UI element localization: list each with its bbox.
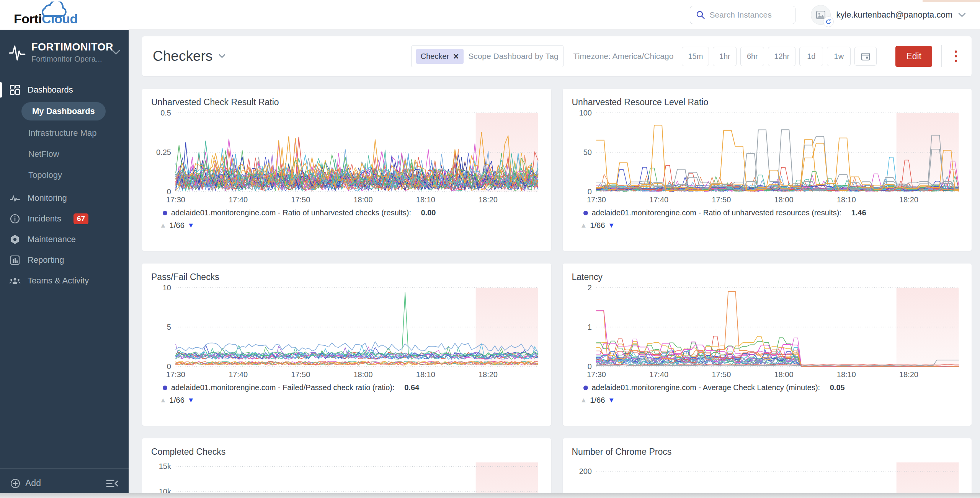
pager-text: 1/66 <box>170 396 185 405</box>
panel-title: Number of Chrome Procs <box>572 447 963 457</box>
legend-dot <box>163 211 167 215</box>
legend-dot <box>583 211 588 215</box>
svg-text:15k: 15k <box>159 462 172 470</box>
timezone-label: Timezone: America/Chicago <box>573 52 674 61</box>
calendar-icon <box>861 51 871 61</box>
pager-up-icon[interactable]: ▲ <box>580 396 587 404</box>
pager-down-icon[interactable]: ▼ <box>608 221 615 229</box>
panels-grid: Unharvested Check Result Ratio 0.50.2501… <box>142 89 972 498</box>
range-1w-button[interactable]: 1w <box>827 47 851 66</box>
title-chevron-down-icon <box>218 54 226 59</box>
line-chart[interactable]: 0.50.25017:3017:4017:5018:0018:1018:20 <box>151 109 542 205</box>
sidebar-item-maintenance[interactable]: Maintenance <box>0 229 129 250</box>
svg-text:18:10: 18:10 <box>416 195 435 204</box>
add-button[interactable]: Add <box>10 478 41 489</box>
svg-text:0: 0 <box>587 187 591 196</box>
line-chart[interactable]: 200100017:3017:4017:5018:0018:1018:20 <box>572 459 963 498</box>
svg-text:0.5: 0.5 <box>160 109 171 117</box>
sidebar-item-dashboards[interactable]: Dashboards <box>0 80 129 100</box>
overflow-menu-button[interactable] <box>951 48 961 64</box>
workspace-switcher[interactable]: FORTIMONITOR Fortimonitor Opera... <box>0 30 129 67</box>
dashboard-title: Checkers <box>153 48 212 64</box>
pager-up-icon[interactable]: ▲ <box>160 396 167 404</box>
calendar-button[interactable] <box>854 47 877 66</box>
plus-circle-icon <box>10 478 21 489</box>
time-range-group: 15m 1hr 6hr 12hr 1d 1w <box>682 47 877 66</box>
range-1d-button[interactable]: 1d <box>799 47 823 66</box>
panel-number-of-chrome-procs: Number of Chrome Procs 200100017:3017:40… <box>563 438 972 498</box>
svg-text:18:00: 18:00 <box>774 195 793 204</box>
tag-chip-checker[interactable]: Checker ✕ <box>416 49 464 64</box>
monitoring-pulse-icon <box>9 193 21 203</box>
sidebar-item-infrastructure-map[interactable]: Infrastructure Map <box>0 122 129 143</box>
pager-down-icon[interactable]: ▼ <box>188 221 194 229</box>
search-input[interactable] <box>709 10 786 20</box>
sidebar-item-incidents[interactable]: Incidents 67 <box>0 208 129 229</box>
pager-up-icon[interactable]: ▲ <box>160 221 167 229</box>
svg-text:17:40: 17:40 <box>649 195 668 204</box>
legend-pager: ▲1/66▼ <box>160 221 542 230</box>
sidebar-item-monitoring[interactable]: Monitoring <box>0 188 129 208</box>
line-chart[interactable]: 15k10k5k017:3017:4017:5018:0018:1018:20 <box>151 459 542 498</box>
svg-text:18:00: 18:00 <box>354 370 373 379</box>
sidebar-item-reporting[interactable]: Reporting <box>0 250 129 270</box>
edit-button[interactable]: Edit <box>895 46 932 67</box>
legend-dot <box>163 386 167 390</box>
collapse-sidebar-button[interactable] <box>106 478 119 488</box>
svg-text:17:50: 17:50 <box>712 370 731 379</box>
sidebar-item-topology[interactable]: Topology <box>0 164 129 186</box>
teams-people-icon <box>9 276 21 286</box>
svg-text:10: 10 <box>163 284 171 292</box>
legend-value: 1.46 <box>851 208 866 217</box>
panel-title: Latency <box>572 272 963 282</box>
sidebar: FORTIMONITOR Fortimonitor Opera... Dashb… <box>0 30 129 498</box>
search-icon <box>696 10 706 20</box>
range-15m-button[interactable]: 15m <box>682 47 709 66</box>
range-6hr-button[interactable]: 6hr <box>740 47 764 66</box>
sidebar-item-teams-activity[interactable]: Teams & Activity <box>0 270 129 291</box>
line-chart[interactable]: 10050017:3017:4017:5018:0018:1018:20 <box>572 109 963 205</box>
svg-text:18:10: 18:10 <box>416 370 435 379</box>
sidebar-item-label: Monitoring <box>28 193 67 203</box>
pager-down-icon[interactable]: ▼ <box>608 396 615 404</box>
legend-value: 0.00 <box>421 208 436 217</box>
legend-text: adelaide01.monitorengine.com - Failed/Pa… <box>171 383 395 392</box>
divider <box>886 45 886 67</box>
legend-pager: ▲1/66▼ <box>160 396 542 405</box>
divider <box>941 45 942 67</box>
dashboard-title-dropdown[interactable]: Checkers <box>153 48 226 64</box>
pager-up-icon[interactable]: ▲ <box>580 221 587 229</box>
svg-text:18:10: 18:10 <box>836 195 856 204</box>
svg-text:0: 0 <box>587 362 591 371</box>
legend-dot <box>583 386 588 390</box>
svg-text:5: 5 <box>167 323 171 331</box>
range-1hr-button[interactable]: 1hr <box>713 47 737 66</box>
line-chart[interactable]: 105017:3017:4017:5018:0018:1018:20 <box>151 284 542 379</box>
search-instances-box[interactable] <box>690 6 795 24</box>
range-12hr-button[interactable]: 12hr <box>768 47 795 66</box>
forticloud-logo[interactable]: Forti Cloud <box>14 2 78 28</box>
panel-unharvested-resource-level-ratio: Unharvested Resource Level Ratio 1005001… <box>563 89 972 251</box>
workspace-name: FORTIMONITOR <box>31 41 106 53</box>
pager-down-icon[interactable]: ▼ <box>188 396 194 404</box>
panel-pass-fail-checks: Pass/Fail Checks 105017:3017:4017:5018:0… <box>142 264 551 426</box>
sidebar-item-my-dashboards[interactable]: My Dashboards <box>21 102 106 120</box>
legend-value: 0.64 <box>404 383 419 392</box>
svg-text:18:10: 18:10 <box>836 370 856 379</box>
active-indicator <box>0 82 2 98</box>
sidebar-item-netflow[interactable]: NetFlow <box>0 143 129 164</box>
cloud-icon <box>38 2 70 18</box>
add-label: Add <box>25 478 41 488</box>
user-menu[interactable]: kyle.kurtenbach@panopta.com <box>811 5 966 25</box>
tag-remove-icon[interactable]: ✕ <box>453 52 459 61</box>
svg-text:17:40: 17:40 <box>649 370 668 379</box>
workspace-subtitle: Fortimonitor Opera... <box>31 55 106 63</box>
line-chart[interactable]: 21017:3017:4017:5018:0018:1018:20 <box>572 284 963 379</box>
main-content: Checkers Checker ✕ Scope Dashboard by Ta… <box>129 30 980 498</box>
user-email: kyle.kurtenbach@panopta.com <box>836 10 952 20</box>
svg-text:17:30: 17:30 <box>586 195 606 204</box>
sidebar-item-label: Reporting <box>28 255 64 265</box>
reporting-barchart-icon <box>9 255 21 265</box>
scope-tag-input[interactable]: Checker ✕ Scope Dashboard by Tag <box>411 45 564 67</box>
pulse-wave-icon <box>8 42 26 62</box>
